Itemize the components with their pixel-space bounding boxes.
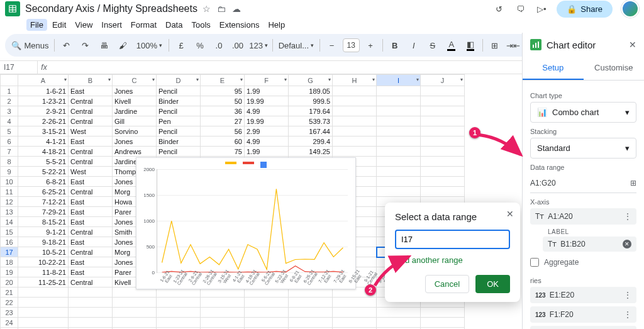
dialog-title: Select a data range bbox=[395, 211, 510, 222]
font-select[interactable]: Defaul... bbox=[277, 37, 316, 53]
row-header[interactable]: 20 bbox=[1, 277, 18, 287]
more-formats-button[interactable]: 123 bbox=[248, 37, 269, 53]
aggregate-checkbox[interactable] bbox=[530, 258, 539, 267]
meet-icon[interactable]: ▷• bbox=[535, 3, 548, 15]
xaxis-chip[interactable]: Tᴛ A1:A20 ⋮ bbox=[530, 208, 636, 225]
row-header[interactable]: 24 bbox=[1, 318, 18, 328]
col-header-H[interactable]: H bbox=[333, 75, 377, 86]
tab-setup[interactable]: Setup bbox=[523, 57, 584, 80]
row-header[interactable]: 18 bbox=[1, 257, 18, 267]
col-header-D[interactable]: D bbox=[157, 75, 201, 86]
document-title[interactable]: Secondary Axis / Mighty Spreadsheets bbox=[25, 3, 197, 14]
data-range-input[interactable] bbox=[395, 230, 510, 249]
row-header[interactable]: 3 bbox=[1, 106, 18, 116]
embedded-chart[interactable]: 0500100015002000 1-6-21East1-23-21Centra… bbox=[136, 157, 356, 289]
row-header[interactable]: 7 bbox=[1, 147, 18, 157]
share-button[interactable]: 🔒 Share bbox=[557, 1, 613, 18]
menu-file[interactable]: File bbox=[26, 19, 47, 31]
row-header[interactable]: 13 bbox=[1, 207, 18, 217]
series-chip[interactable]: 123G1:G20⋮ bbox=[530, 326, 636, 329]
series-more-icon[interactable]: ⋮ bbox=[624, 310, 631, 319]
row-header[interactable]: 21 bbox=[1, 287, 18, 298]
add-another-range-link[interactable]: Add another range bbox=[395, 255, 510, 265]
fill-color-button[interactable]: ◧ bbox=[462, 37, 479, 53]
row-header[interactable]: 1 bbox=[1, 86, 18, 96]
ok-button[interactable]: OK bbox=[475, 275, 510, 293]
print-button[interactable]: 🖶 bbox=[96, 37, 113, 53]
font-size-input[interactable]: 13 bbox=[343, 38, 360, 52]
increase-decimal-button[interactable]: .00 bbox=[230, 37, 246, 53]
row-header[interactable]: 11 bbox=[1, 187, 18, 197]
label-chip[interactable]: Tᴛ B1:B20 ✕ bbox=[543, 237, 636, 252]
currency-button[interactable]: £ bbox=[173, 37, 189, 53]
sidebar-close-icon[interactable]: ✕ bbox=[629, 40, 636, 50]
col-header-B[interactable]: B bbox=[69, 75, 113, 86]
row-header[interactable]: 23 bbox=[1, 308, 18, 318]
menu-help[interactable]: Help bbox=[264, 19, 289, 31]
search-menus[interactable]: 🔍 Menus bbox=[10, 37, 50, 53]
bold-button[interactable]: B bbox=[387, 37, 403, 53]
menu-format[interactable]: Format bbox=[127, 19, 160, 31]
percent-button[interactable]: % bbox=[192, 37, 208, 53]
col-header-E[interactable]: E bbox=[201, 75, 245, 86]
row-header[interactable]: 17 bbox=[1, 247, 18, 257]
move-icon[interactable]: 🗀 bbox=[217, 4, 226, 14]
name-box[interactable]: I17 bbox=[0, 61, 38, 74]
xaxis-more-icon[interactable]: ⋮ bbox=[624, 212, 631, 221]
col-header-J[interactable]: J bbox=[421, 75, 465, 86]
menu-edit[interactable]: Edit bbox=[48, 19, 70, 31]
menu-extensions[interactable]: Extensions bbox=[216, 19, 264, 31]
row-header[interactable]: 19 bbox=[1, 267, 18, 277]
row-header[interactable]: 9 bbox=[1, 167, 18, 177]
col-header-F[interactable]: F bbox=[245, 75, 289, 86]
account-avatar[interactable] bbox=[621, 0, 639, 18]
data-range-value[interactable]: A1:G20 bbox=[530, 179, 556, 187]
col-header-C[interactable]: C bbox=[113, 75, 157, 86]
select-range-icon[interactable]: ⊞ bbox=[630, 179, 636, 187]
decrease-decimal-button[interactable]: .0 bbox=[211, 37, 227, 53]
row-header[interactable]: 10 bbox=[1, 177, 18, 187]
row-header[interactable]: 8 bbox=[1, 157, 18, 167]
row-header[interactable]: 5 bbox=[1, 126, 18, 137]
col-header-I[interactable]: I bbox=[377, 75, 421, 86]
tab-customise[interactable]: Customise bbox=[584, 57, 645, 80]
comment-icon[interactable]: 🗨 bbox=[514, 3, 526, 15]
star-icon[interactable]: ☆ bbox=[203, 4, 211, 14]
paint-format-button[interactable]: 🖌 bbox=[115, 37, 131, 53]
series-chip[interactable]: 123F1:F20⋮ bbox=[530, 306, 636, 323]
row-header[interactable]: 16 bbox=[1, 237, 18, 247]
cancel-button[interactable]: Cancel bbox=[425, 275, 469, 293]
aggregate-checkbox-row[interactable]: Aggregate bbox=[530, 255, 636, 272]
text-color-button[interactable]: A bbox=[443, 37, 460, 53]
series-chip[interactable]: 123E1:E20⋮ bbox=[530, 287, 636, 303]
undo-button[interactable]: ↶ bbox=[58, 37, 75, 53]
remove-label-icon[interactable]: ✕ bbox=[623, 240, 631, 248]
dialog-close-icon[interactable]: ✕ bbox=[506, 209, 514, 219]
menu-data[interactable]: Data bbox=[162, 19, 186, 31]
zoom-select[interactable]: 100% bbox=[134, 37, 165, 53]
row-header[interactable]: 15 bbox=[1, 227, 18, 237]
chart-type-select[interactable]: 📊Combo chart ▾ bbox=[530, 102, 636, 123]
sheets-logo[interactable] bbox=[5, 1, 20, 16]
stacking-select[interactable]: Standard ▾ bbox=[530, 138, 636, 159]
italic-button[interactable]: I bbox=[406, 37, 422, 53]
strike-button[interactable]: S bbox=[425, 37, 441, 53]
row-header[interactable]: 12 bbox=[1, 197, 18, 207]
row-header[interactable]: 6 bbox=[1, 137, 18, 147]
row-header[interactable]: 22 bbox=[1, 298, 18, 308]
row-header[interactable]: 4 bbox=[1, 116, 18, 126]
cloud-icon[interactable]: ☁ bbox=[232, 4, 241, 14]
redo-button[interactable]: ↷ bbox=[77, 37, 94, 53]
col-header-A[interactable]: A bbox=[18, 75, 69, 86]
series-more-icon[interactable]: ⋮ bbox=[624, 291, 631, 299]
menu-insert[interactable]: Insert bbox=[97, 19, 126, 31]
menu-view[interactable]: View bbox=[71, 19, 96, 31]
history-icon[interactable]: ↺ bbox=[492, 3, 505, 15]
col-header-G[interactable]: G bbox=[289, 75, 333, 86]
menu-tools[interactable]: Tools bbox=[187, 19, 214, 31]
borders-button[interactable]: ⊞ bbox=[487, 37, 503, 53]
row-header[interactable]: 2 bbox=[1, 96, 18, 106]
row-header[interactable]: 14 bbox=[1, 217, 18, 227]
font-size-increase[interactable]: + bbox=[362, 37, 379, 53]
font-size-decrease[interactable]: − bbox=[324, 37, 340, 53]
